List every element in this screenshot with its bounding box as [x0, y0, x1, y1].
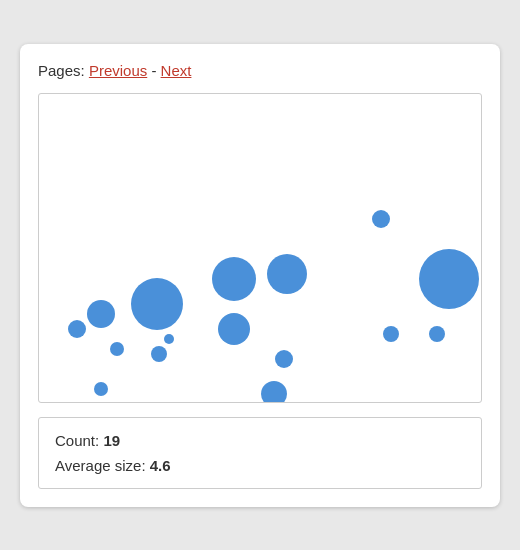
bubble [94, 382, 108, 396]
bubble [151, 346, 167, 362]
bubble [383, 326, 399, 342]
bubble [419, 249, 479, 309]
bubble [212, 257, 256, 301]
avg-value: 4.6 [150, 457, 171, 474]
bubble [110, 342, 124, 356]
bubble-chart [38, 93, 482, 403]
bubble [267, 254, 307, 294]
pages-label: Pages: [38, 62, 85, 79]
avg-line: Average size: 4.6 [55, 457, 465, 474]
stats-box: Count: 19 Average size: 4.6 [38, 417, 482, 489]
bubble [218, 313, 250, 345]
bubble [164, 334, 174, 344]
previous-link[interactable]: Previous [89, 62, 147, 79]
pages-nav: Pages: Previous - Next [38, 62, 482, 79]
next-link[interactable]: Next [161, 62, 192, 79]
separator: - [151, 62, 160, 79]
bubble [68, 320, 86, 338]
bubble [131, 278, 183, 330]
avg-label: Average size: [55, 457, 150, 474]
bubble [429, 326, 445, 342]
count-line: Count: 19 [55, 432, 465, 449]
count-label: Count: [55, 432, 103, 449]
bubble [261, 381, 287, 403]
main-card: Pages: Previous - Next Count: 19 Average… [20, 44, 500, 507]
count-value: 19 [103, 432, 120, 449]
bubble [372, 210, 390, 228]
bubble [275, 350, 293, 368]
bubble [87, 300, 115, 328]
